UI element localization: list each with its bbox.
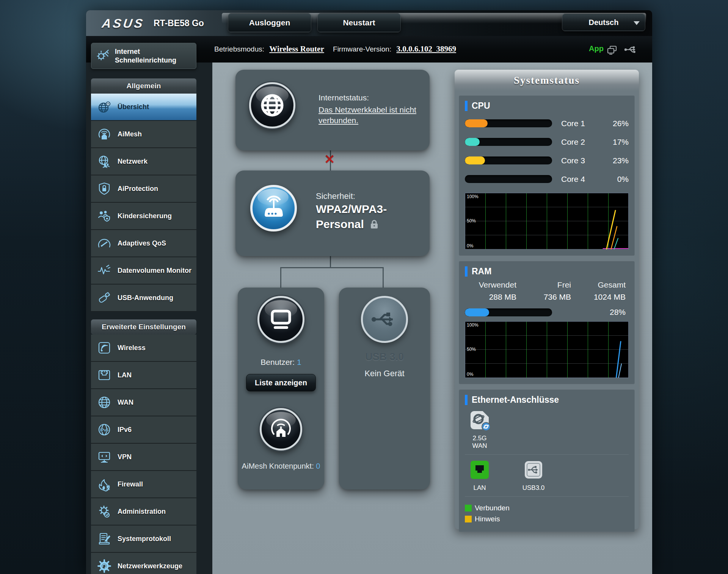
traffic-monitor-icon <box>96 262 113 279</box>
ram-graph-lines <box>465 322 628 378</box>
administration-icon <box>96 503 113 520</box>
ram-usage-row: 28% <box>465 308 629 317</box>
aimesh-node-count: 0 <box>316 462 320 470</box>
cpu-core-bar <box>465 156 552 164</box>
sidebar-item-ipv6[interactable]: IPv6 IPv6 <box>91 416 196 444</box>
sidebar-section-general: Allgemein <box>91 78 196 94</box>
sidebar-item-label: Datenvolumen Monitor <box>118 267 191 275</box>
ram-stats: Verwendet 288 MB Frei 736 MB Gesamt 1024… <box>465 280 629 302</box>
router-security-button[interactable] <box>250 185 297 231</box>
sidebar-item-firewall[interactable]: Firewall <box>91 471 196 498</box>
operation-mode-link[interactable]: Wireless Router <box>269 44 324 53</box>
wan-port-icon <box>469 410 490 431</box>
internet-status-link[interactable]: Das Netzwerkkabel ist nicht verbunden. <box>318 105 420 126</box>
lock-icon <box>370 219 378 229</box>
sidebar-item-aiprotection[interactable]: AiProtection <box>91 175 196 203</box>
reboot-button[interactable]: Neustart <box>317 13 401 32</box>
logout-button[interactable]: Ausloggen <box>228 13 311 32</box>
mode-line: Betriebsmodus: Wireless Router Firmware-… <box>214 44 463 54</box>
sidebar-item-aimesh[interactable]: AiMesh <box>91 121 196 148</box>
lan-usb-row: LAN <box>465 455 629 497</box>
sidebar-item-label: Wireless <box>118 344 146 352</box>
lan-port: LAN <box>465 459 494 492</box>
sidebar-item-label: VPN <box>118 453 132 461</box>
network-map-icon <box>96 99 113 115</box>
connector-security-stub <box>330 256 331 267</box>
parental-controls-icon <box>96 208 113 224</box>
security-value-line2: Personal <box>316 218 378 231</box>
clients-card: Benutzer: 1 Liste anzeigen AiMesh Knoten… <box>238 288 324 490</box>
language-selected: Deutsch <box>589 18 619 27</box>
sidebar-item-administration[interactable]: Administration <box>91 498 196 526</box>
ram-usage-pct: 28% <box>610 308 629 317</box>
sidebar-item-label: Netzwerk <box>118 158 147 166</box>
sidebar-item-systemprotokoll[interactable]: Systemprotokoll <box>91 526 196 553</box>
router-admin-page: ASUS RT-BE58 Go Ausloggen Neustart Deuts… <box>86 10 652 574</box>
wan-port: 2.5G WAN <box>465 410 494 450</box>
sidebar-item-vpn[interactable]: VPN <box>91 444 196 471</box>
cpu-graph-lines <box>465 193 628 249</box>
sidebar-item-adaptives-qos[interactable]: Adaptives QoS <box>91 230 196 257</box>
sidebar-item-wan[interactable]: WAN <box>91 389 196 416</box>
sidebar-item-datenvolumen[interactable]: Datenvolumen Monitor <box>91 257 196 285</box>
connector-clients <box>280 267 281 288</box>
cpu-header: CPU <box>465 101 629 111</box>
connector-branch-bar <box>280 267 384 268</box>
devices-copy-icon[interactable] <box>606 45 618 56</box>
firmware-version-link[interactable]: 3.0.0.6.102_38969 <box>396 44 456 53</box>
cpu-section: CPU Core 1 26% Core 2 17% <box>459 95 635 256</box>
accent-bar <box>465 395 468 405</box>
sidebar-item-label: Übersicht <box>118 103 149 111</box>
system-status-title: Systemstatus <box>455 70 639 91</box>
show-list-button[interactable]: Liste anzeigen <box>246 374 316 391</box>
header: ASUS RT-BE58 Go Ausloggen Neustart Deuts… <box>86 10 652 36</box>
usb-plug-icon[interactable] <box>624 45 638 56</box>
quick-setup-button[interactable]: Internet Schnelleinrichtung <box>91 43 196 69</box>
speedometer-icon <box>96 235 113 252</box>
internet-globe-button[interactable] <box>249 82 295 128</box>
firmware-label: Firmware-Version: <box>333 45 391 53</box>
sidebar-item-netzwerkwerkzeuge[interactable]: Netzwerkwerkzeuge <box>91 553 196 574</box>
ram-section: RAM Verwendet 288 MB Frei 736 MB Gesamt <box>459 261 635 384</box>
port-legend: Verbunden Hinweis <box>465 497 629 523</box>
sidebar-item-label: Adaptives QoS <box>118 239 166 247</box>
shield-lock-icon <box>96 180 113 197</box>
usb-status: Kein Gerät <box>364 369 404 378</box>
ram-usage-graph: 100% 50% 0% <box>465 321 629 378</box>
cpu-core-row: Core 2 17% <box>465 133 629 151</box>
sidebar-item-lan[interactable]: LAN <box>91 362 196 389</box>
usb-port-button[interactable] <box>361 296 408 343</box>
sidebar-item-netzwerk[interactable]: Netzwerk <box>91 148 196 175</box>
sidebar-item-kindersicherung[interactable]: Kindersicherung <box>91 203 196 230</box>
legend-connected: Verbunden <box>465 504 629 512</box>
connected-swatch <box>465 505 472 511</box>
cpu-core-row: Core 4 0% <box>465 170 629 188</box>
usb-stick-icon <box>96 289 113 306</box>
wireless-icon <box>96 339 113 356</box>
firewall-icon <box>96 476 113 493</box>
sidebar-item-label: AiProtection <box>118 185 158 193</box>
ipv6-icon: IPv6 <box>96 421 113 438</box>
clients-count-line: Benutzer: 1 <box>260 358 301 367</box>
sidebar-item-label: Netzwerkwerkzeuge <box>118 562 182 570</box>
sidebar-section-advanced: Erweiterte Einstellungen <box>91 319 196 335</box>
ram-header: RAM <box>465 266 629 277</box>
usb3-port-label: USB3.0 <box>519 484 548 492</box>
cpu-usage-graph: 100% 50% 0% <box>465 193 629 250</box>
sidebar-item-wireless[interactable]: Wireless <box>91 335 196 362</box>
sidebar-item-label: Kindersicherung <box>118 212 172 220</box>
security-card: Sicherheit: WPA2/WPA3- Personal <box>235 170 430 256</box>
vpn-icon <box>96 449 113 465</box>
app-link[interactable]: App <box>589 44 604 53</box>
usb-card: USB 3.0 Kein Gerät <box>339 288 430 490</box>
main-content: ✕ Internetstatus: Das Netzwerkkabel ist … <box>212 63 652 574</box>
clients-count: 1 <box>297 358 301 366</box>
screen: ASUS RT-BE58 Go Ausloggen Neustart Deuts… <box>0 0 728 574</box>
sidebar-item-usb-anwendung[interactable]: USB-Anwendung <box>91 285 196 312</box>
language-dropdown[interactable]: Deutsch <box>562 14 645 31</box>
clients-button[interactable] <box>257 296 304 343</box>
aimesh-node-button[interactable] <box>260 408 302 450</box>
mode-label: Betriebsmodus: <box>214 45 264 53</box>
usb3-port: USB3.0 <box>519 459 548 492</box>
sidebar-item-uebersicht[interactable]: Übersicht <box>91 94 196 121</box>
